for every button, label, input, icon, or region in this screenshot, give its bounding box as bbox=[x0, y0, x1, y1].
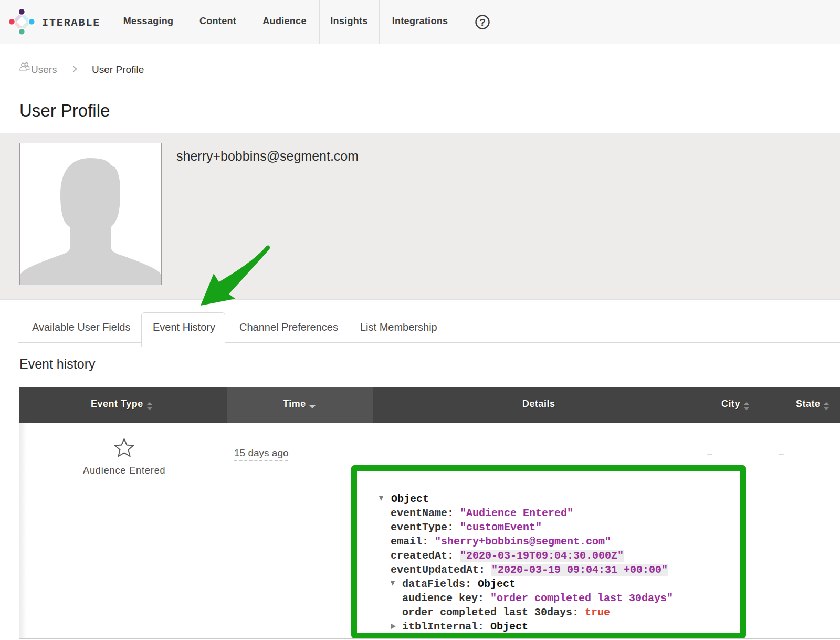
svg-text:?: ? bbox=[479, 17, 486, 28]
